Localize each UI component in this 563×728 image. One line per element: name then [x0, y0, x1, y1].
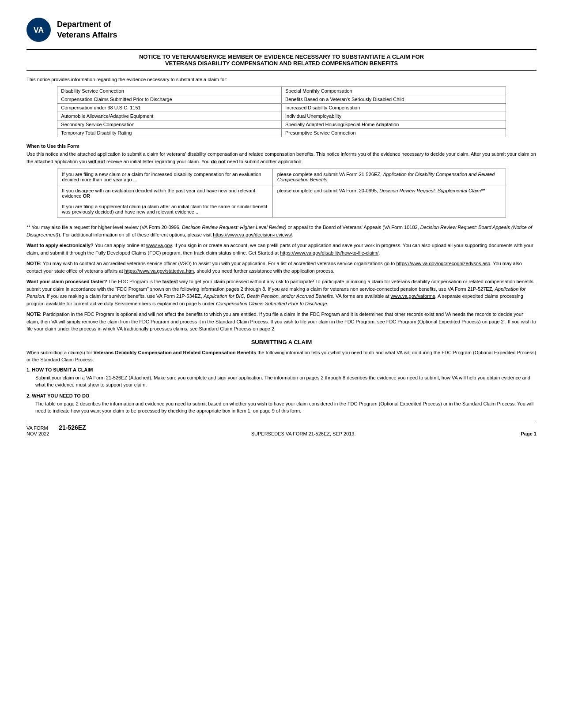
table-row: Disability Service Connection Special Mo… — [57, 87, 506, 95]
table-row: Compensation Claims Submitted Prior to D… — [57, 95, 506, 104]
footer-form-number: 21-526EZ — [59, 424, 86, 431]
section1-body: Submit your claim on a VA Form 21-526EZ … — [35, 374, 537, 389]
footnote-text: ** You may also file a request for highe… — [26, 224, 537, 238]
section2-body: The table on page 2 describes the inform… — [35, 400, 537, 415]
benefit-cell: Compensation Claims Submitted Prior to D… — [57, 95, 282, 104]
submitting-intro: When submitting a claim(s) for Veterans … — [26, 349, 537, 364]
footer-date: NOV 2022 — [26, 431, 49, 436]
table-row: If you are filing a new claim or a claim… — [57, 169, 506, 185]
benefits-table: Disability Service Connection Special Mo… — [57, 86, 506, 137]
footer-left: VA FORM 21-526EZ NOV 2022 — [26, 424, 86, 436]
decision-table: If you are filing a new claim or a claim… — [57, 169, 506, 218]
decision-right: please complete and submit VA Form 21-52… — [272, 169, 506, 185]
org-line2: Veterans Affairs — [57, 30, 117, 39]
section2: 2. WHAT YOU NEED TO DO The table on page… — [26, 393, 537, 415]
benefit-cell: Individual Unemployability — [281, 112, 506, 120]
decision-left: If you disagree with an evaluation decid… — [57, 185, 272, 218]
table-row: Automobile Allowance/Adaptive Equipment … — [57, 112, 506, 120]
benefit-cell: Disability Service Connection — [57, 87, 282, 95]
decision-left: If you are filing a new claim or a claim… — [57, 169, 272, 185]
when-to-use-text: Use this notice and the attached applica… — [26, 150, 537, 165]
benefit-cell: Presumptive Service Connection — [281, 129, 506, 137]
org-line1: Department of — [57, 20, 111, 29]
intro-text: This notice provides information regardi… — [26, 77, 537, 82]
svg-text:VA: VA — [34, 26, 44, 34]
table-row: Temporary Total Disability Rating Presum… — [57, 129, 506, 137]
footer-page: Page 1 — [521, 431, 537, 436]
footer-center: SUPERSEDES VA FORM 21-526EZ, SEP 2019. — [251, 431, 356, 436]
benefit-cell: Automobile Allowance/Adaptive Equipment — [57, 112, 282, 120]
table-row: Secondary Service Compensation Specially… — [57, 120, 506, 129]
benefit-cell: Compensation under 38 U.S.C. 1151 — [57, 104, 282, 112]
submitting-title: SUBMITTING A CLAIM — [26, 339, 537, 345]
page-footer: VA FORM 21-526EZ NOV 2022 SUPERSEDES VA … — [26, 422, 537, 436]
faster-text: Want your claim processed faster? The FD… — [26, 278, 537, 307]
table-row: If you disagree with an evaluation decid… — [57, 185, 506, 218]
footer-va-form-label: VA FORM — [26, 425, 48, 431]
section1: 1. HOW TO SUBMIT A CLAIM Submit your cla… — [26, 367, 537, 389]
note2-text: NOTE: Participation in the FDC Program i… — [26, 311, 537, 333]
when-to-use-heading: When to Use this Form — [26, 143, 537, 149]
note1-text: NOTE: You may wish to contact an accredi… — [26, 260, 537, 274]
section2-heading: 2. WHAT YOU NEED TO DO — [26, 393, 537, 398]
page-title: NOTICE TO VETERAN/SERVICE MEMBER OF EVID… — [26, 49, 537, 71]
benefit-cell: Benefits Based on a Veteran's Seriously … — [281, 95, 506, 104]
org-name: Department of Veterans Affairs — [57, 19, 117, 40]
header: VA Department of Veterans Affairs — [26, 18, 537, 42]
benefit-cell: Special Monthly Compensation — [281, 87, 506, 95]
apply-electronically-text: Want to apply electronically? You can ap… — [26, 242, 537, 256]
benefit-cell: Increased Disability Compensation — [281, 104, 506, 112]
benefit-cell: Temporary Total Disability Rating — [57, 129, 282, 137]
va-logo-icon: VA — [26, 18, 51, 42]
section1-heading: 1. HOW TO SUBMIT A CLAIM — [26, 367, 537, 372]
benefit-cell: Specially Adapted Housing/Special Home A… — [281, 120, 506, 129]
table-row: Compensation under 38 U.S.C. 1151 Increa… — [57, 104, 506, 112]
benefit-cell: Secondary Service Compensation — [57, 120, 282, 129]
decision-right: please complete and submit VA Form 20-09… — [272, 185, 506, 218]
